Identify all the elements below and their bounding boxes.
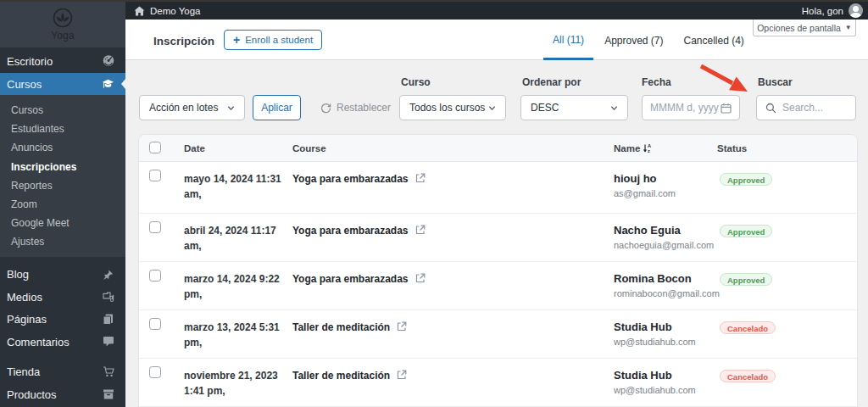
column-header-course[interactable]: Course xyxy=(292,143,614,153)
home-icon xyxy=(134,6,145,16)
cell-email: rominabocon@gmail.com xyxy=(614,288,717,298)
sidebar-item-escritorio[interactable]: Escritorio xyxy=(0,48,125,73)
screen-options-button[interactable]: Opciones de pantalla ▼ xyxy=(753,20,856,36)
reset-label: Restablecer xyxy=(337,102,391,114)
order-filter-select[interactable]: DESC xyxy=(520,95,628,120)
menu-separator xyxy=(0,354,125,361)
plus-icon: + xyxy=(233,34,240,46)
submenu-item-zoom[interactable]: Zoom xyxy=(0,195,125,214)
course-link[interactable]: Taller de meditación xyxy=(292,321,390,334)
sidebar-item-paginas[interactable]: Páginas xyxy=(0,309,125,332)
date-placeholder: MMMM d, yyyy xyxy=(650,102,719,114)
row-checkbox[interactable] xyxy=(149,170,161,181)
tab-approved[interactable]: Approved (7) xyxy=(595,20,672,60)
active-menu-notch xyxy=(121,79,125,89)
site-logo[interactable]: Yoga xyxy=(0,0,125,47)
cell-name[interactable]: hiouj ho xyxy=(614,172,717,186)
course-link[interactable]: Yoga para embarazadas xyxy=(292,172,409,186)
submenu-item-inscripciones[interactable]: Inscripciones xyxy=(0,158,125,176)
column-header-date[interactable]: Date xyxy=(184,143,292,153)
search-input[interactable]: Search... xyxy=(756,95,856,120)
submenu-item-estudiantes[interactable]: Estudiantes xyxy=(0,120,125,138)
sidebar-item-productos[interactable]: Productos xyxy=(0,383,125,406)
site-link[interactable]: Demo Yoga xyxy=(125,6,200,16)
cell-date: mayo 14, 2024 11:31 am, xyxy=(184,162,292,213)
archive-box-icon xyxy=(102,388,114,401)
pages-icon xyxy=(102,313,114,326)
dashboard-icon xyxy=(102,54,114,67)
row-checkbox[interactable] xyxy=(149,221,161,233)
external-link-icon[interactable] xyxy=(397,321,407,332)
select-all-checkbox[interactable] xyxy=(149,142,161,153)
table-row: noviembre 21, 2023 1:41 pm, Taller de me… xyxy=(139,359,857,407)
greeting-text: Hola, gon xyxy=(802,6,843,16)
order-filter-label: Ordenar por xyxy=(522,76,581,88)
row-checkbox[interactable] xyxy=(149,318,161,330)
tab-all[interactable]: All (11) xyxy=(543,20,593,60)
submenu-item-reportes[interactable]: Reportes xyxy=(0,176,125,195)
cell-name[interactable]: Studia Hub xyxy=(614,369,717,382)
enroll-student-button[interactable]: + Enroll a student xyxy=(224,30,322,50)
course-link[interactable]: Yoga para embarazadas xyxy=(292,272,409,286)
column-header-name-label: Name xyxy=(614,143,640,153)
column-header-name[interactable]: Name A z xyxy=(614,143,717,153)
main-content: Inscripción + Enroll a student All (11) … xyxy=(125,20,868,407)
table-header-row: Date Course Name A z Status xyxy=(139,135,857,162)
sidebar-item-blog[interactable]: Blog xyxy=(0,264,125,287)
user-avatar xyxy=(849,3,863,18)
external-link-icon[interactable] xyxy=(415,173,426,183)
row-checkbox[interactable] xyxy=(149,270,161,282)
wordpress-admin-page: Yoga Escritorio Cursos xyxy=(0,0,868,407)
column-header-status[interactable]: Status xyxy=(717,143,857,153)
external-link-icon[interactable] xyxy=(415,225,426,235)
comments-icon xyxy=(102,336,114,348)
admin-sidebar: Yoga Escritorio Cursos xyxy=(0,0,125,407)
date-filter-label: Fecha xyxy=(642,76,671,88)
cell-date: noviembre 21, 2023 1:41 pm, xyxy=(184,359,292,406)
cell-name[interactable]: Studia Hub xyxy=(614,321,717,334)
account-menu[interactable]: Hola, gon xyxy=(802,3,868,18)
table-row: marzo 14, 2024 9:22 pm, Yoga para embara… xyxy=(139,262,857,310)
cell-email: wp@studiahub.com xyxy=(614,337,717,347)
submenu-item-google-meet[interactable]: Google Meet xyxy=(0,214,125,232)
course-link[interactable]: Yoga para embarazadas xyxy=(292,224,409,237)
submenu-item-ajustes[interactable]: Ajustes xyxy=(0,232,125,251)
status-badge: Approved xyxy=(720,173,772,186)
table-row: marzo 13, 2024 5:31 pm, Taller de medita… xyxy=(139,310,857,359)
window-top-edge xyxy=(0,0,868,2)
sort-alpha-icon: A z xyxy=(643,143,652,153)
sidebar-item-comentarios[interactable]: Comentarios xyxy=(0,331,125,354)
logo-text: Yoga xyxy=(51,30,75,42)
apply-button[interactable]: Aplicar xyxy=(253,95,301,120)
search-icon xyxy=(765,103,776,114)
sidebar-item-medios[interactable]: Medios xyxy=(0,286,125,309)
date-filter-input[interactable]: MMMM d, yyyy xyxy=(642,95,740,120)
cell-date: marzo 14, 2024 9:22 pm, xyxy=(184,262,292,309)
submenu-item-anuncios[interactable]: Anuncios xyxy=(0,138,125,157)
enrollments-table: Date Course Name A z Status xyxy=(138,134,858,407)
row-checkbox[interactable] xyxy=(149,366,161,378)
status-badge: Approved xyxy=(720,225,772,237)
sidebar-item-tienda[interactable]: Tienda xyxy=(0,360,125,383)
course-link[interactable]: Taller de meditación xyxy=(292,369,390,382)
bulk-action-select[interactable]: Acción en lotes xyxy=(139,95,245,120)
sidebar-item-cursos[interactable]: Cursos xyxy=(0,73,125,95)
cell-name[interactable]: Nacho Eguia xyxy=(614,224,717,237)
submenu-item-cursos[interactable]: Cursos xyxy=(0,101,125,120)
chevron-down-icon xyxy=(610,104,618,112)
cell-email: wp@studiahub.com xyxy=(614,385,717,395)
tab-cancelled[interactable]: Cancelled (4) xyxy=(675,20,754,60)
bulk-action-value: Acción en lotes xyxy=(149,102,218,114)
cell-email: nachoeguia@gmail.com xyxy=(614,240,717,250)
cell-name[interactable]: Romina Bocon xyxy=(614,272,717,286)
external-link-icon[interactable] xyxy=(415,273,426,283)
course-filter-select[interactable]: Todos los cursos xyxy=(399,95,506,120)
pushpin-icon xyxy=(102,268,114,281)
admin-top-bar: Demo Yoga Hola, gon xyxy=(125,2,868,20)
cell-date: abril 24, 2024 11:17 am, xyxy=(184,214,292,261)
page-title: Inscripción xyxy=(153,35,214,47)
apply-label: Aplicar xyxy=(261,102,292,114)
table-row: abril 24, 2024 11:17 am, Yoga para embar… xyxy=(139,214,857,262)
reset-button[interactable]: Restablecer xyxy=(320,95,391,120)
external-link-icon[interactable] xyxy=(397,370,407,380)
